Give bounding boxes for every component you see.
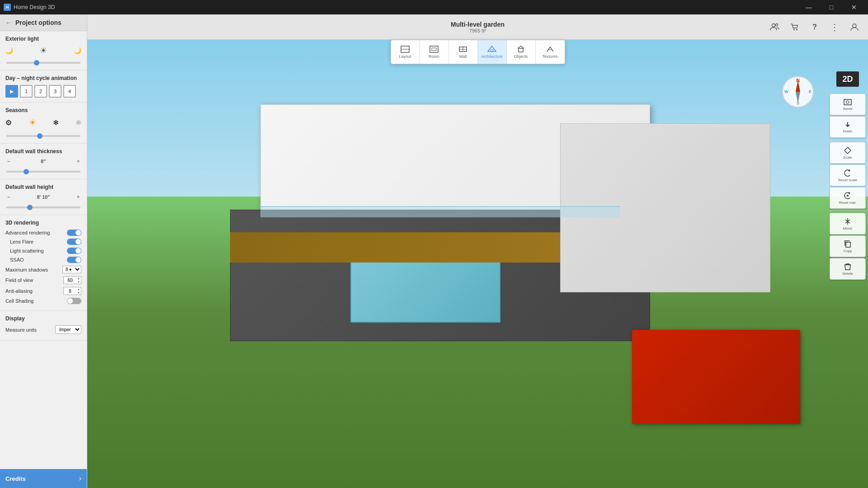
nav-btn-wall[interactable]: Wall [449, 40, 478, 64]
svg-rect-15 [844, 99, 851, 105]
wall-thickness-section: Default wall thickness − 8" + [0, 144, 87, 179]
cart-icon [790, 23, 799, 32]
cycle-btn-1[interactable]: 1 [20, 85, 33, 98]
season-icon-2[interactable]: ❄ [53, 118, 59, 127]
scale-icon [844, 146, 852, 155]
panel-header[interactable]: ← Project options [0, 14, 87, 31]
nav-btn-architecture[interactable]: Architecture [478, 40, 507, 64]
anti-aliasing-input[interactable] [64, 288, 76, 295]
seasons-slider-container[interactable] [5, 131, 81, 139]
compass-e-label: E [809, 89, 811, 94]
svg-point-0 [772, 23, 775, 27]
cycle-btn-0[interactable]: ▶ [5, 85, 18, 98]
down-icon [844, 121, 852, 128]
fov-up[interactable]: ▲ [76, 277, 81, 280]
season-icon-1[interactable]: ☀ [28, 117, 37, 128]
wall-height-slider[interactable] [6, 206, 80, 208]
fov-row: Field of view ▲ ▼ [5, 276, 81, 284]
minimize-button[interactable]: — [798, 0, 819, 14]
fov-spinbox[interactable]: ▲ ▼ [63, 276, 81, 284]
season-icon-0[interactable]: ⚙ [5, 118, 12, 127]
nav-btn-textures[interactable]: Textures [536, 40, 565, 64]
exterior-light-slider[interactable] [6, 62, 80, 64]
cart-icon-btn[interactable] [787, 19, 803, 35]
down-button[interactable]: Down [830, 116, 866, 138]
maximize-button[interactable]: □ [821, 0, 842, 14]
reset-scale-button[interactable]: Reset scale [830, 164, 866, 186]
wall-height-value: 8' 10" [14, 194, 73, 200]
aa-up[interactable]: ▲ [76, 287, 81, 291]
account-icon-btn[interactable] [846, 19, 863, 35]
wall-thickness-minus[interactable]: − [5, 158, 12, 164]
account-icon [850, 23, 859, 32]
compass-needle-north [796, 80, 800, 92]
app-icon: H [4, 4, 11, 11]
copy-label: Copy [844, 249, 852, 253]
max-shadows-select[interactable]: 8 ▾ 4 16 [62, 266, 81, 273]
project-title-area: Multi-level garden 7965 ft² [451, 21, 505, 33]
aa-arrows: ▲ ▼ [76, 287, 81, 295]
aerial-button[interactable]: Aerial [830, 94, 866, 115]
credits-arrow: › [79, 474, 81, 483]
delete-button[interactable]: Delete [830, 258, 866, 280]
viewport[interactable]: N S E W 2D Aerial [87, 40, 868, 488]
more-icon-btn[interactable]: ⋮ [826, 19, 843, 35]
cycle-buttons-row: ▶ 1 2 3 4 [5, 85, 81, 98]
aa-down[interactable]: ▼ [76, 291, 81, 295]
advanced-rendering-toggle[interactable] [67, 230, 81, 236]
wall-height-label: Default wall height [5, 184, 81, 190]
cycle-btn-4[interactable]: 4 [63, 85, 76, 98]
cycle-btn-3[interactable]: 3 [49, 85, 61, 98]
users-icon-btn[interactable] [767, 19, 783, 35]
back-arrow[interactable]: ← [5, 19, 12, 26]
mirror-button[interactable]: Mirror [830, 213, 866, 235]
reset-mat-label: Reset mat. [839, 201, 857, 205]
lens-flare-toggle[interactable] [67, 239, 81, 245]
fov-down[interactable]: ▼ [76, 280, 81, 284]
wall-thickness-label: Default wall thickness [5, 148, 81, 155]
credits-bar[interactable]: Credits › [0, 469, 87, 488]
nav-btn-wall-label: Wall [459, 54, 467, 59]
nav-toolbar: Layout Room Wall Architecture Objects Te… [391, 40, 565, 64]
wall-height-plus[interactable]: + [75, 194, 81, 200]
view-2d-button[interactable]: 2D [836, 71, 859, 87]
svg-point-16 [846, 101, 849, 103]
wall-height-slider-container[interactable] [5, 202, 81, 210]
ground-bg [87, 197, 868, 488]
season-icon-3[interactable]: ❄ [75, 118, 81, 127]
reset-mat-button[interactable]: Reset mat. [830, 187, 866, 209]
exterior-light-slider-container[interactable] [5, 57, 81, 66]
cycle-btn-2[interactable]: 2 [34, 85, 47, 98]
cell-shading-toggle[interactable] [67, 298, 81, 304]
toggle-knob-3 [75, 248, 81, 253]
nav-btn-layout[interactable]: Layout [391, 40, 420, 64]
close-button[interactable]: ✕ [844, 0, 864, 14]
measure-units-select[interactable]: Imper Metric [55, 325, 81, 334]
svg-point-1 [776, 23, 778, 26]
rendering-section: 3D rendering Advanced rendering Lens Fla… [0, 215, 87, 311]
help-icon-btn[interactable]: ? [807, 19, 823, 35]
light-scattering-toggle[interactable] [67, 248, 81, 254]
svg-rect-8 [432, 48, 436, 51]
nav-btn-room[interactable]: Room [420, 40, 449, 64]
ssao-label: SSAO [5, 257, 24, 263]
seasons-slider[interactable] [6, 135, 80, 137]
fov-input[interactable] [64, 277, 76, 284]
copy-button[interactable]: Copy [830, 235, 866, 257]
wall-thickness-plus[interactable]: + [75, 158, 81, 164]
anti-aliasing-spinbox[interactable]: ▲ ▼ [63, 287, 81, 295]
toggle-knob-2 [75, 239, 81, 244]
wall-thickness-slider-container[interactable] [5, 166, 81, 174]
wall-thickness-slider[interactable] [6, 171, 80, 173]
light-scattering-label: Light scattering [5, 248, 44, 253]
svg-point-17 [847, 195, 849, 197]
wall-height-minus[interactable]: − [5, 194, 12, 200]
delete-label: Delete [842, 272, 853, 276]
scale-button[interactable]: Scale [830, 142, 866, 164]
svg-point-3 [796, 29, 797, 30]
ssao-toggle[interactable] [67, 257, 81, 263]
display-section: Display Measure units Imper Metric [0, 311, 87, 341]
reset-mat-icon [844, 192, 852, 200]
nav-btn-objects[interactable]: Objects [507, 40, 536, 64]
toggle-knob-4 [75, 257, 81, 263]
